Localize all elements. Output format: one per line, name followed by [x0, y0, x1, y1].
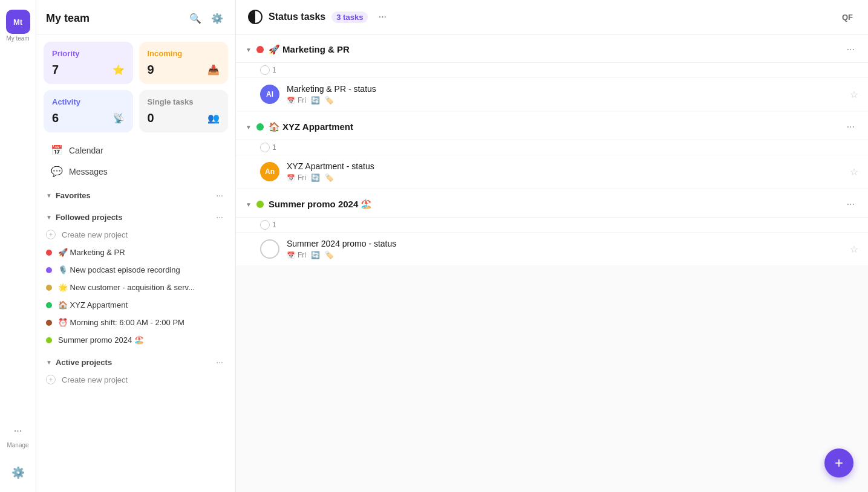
task-refresh-xyz[interactable]: 🔄: [311, 173, 320, 182]
task-group-xyz: ▼ 🏠 XYZ Appartment ··· 1 An XYZ Apartmen…: [236, 112, 868, 188]
sidebar: My team 🔍 ⚙️ Priority 7 ⭐ Incoming 9 📥 A…: [36, 0, 236, 492]
project-name-marketing: 🚀 Marketing & PR: [58, 248, 125, 257]
messages-icon: 💬: [51, 166, 63, 177]
filter-button[interactable]: QF: [839, 8, 856, 25]
followed-projects-section-header[interactable]: ▼ Followed projects ···: [36, 204, 235, 225]
project-name-podcast: 🎙️ New podcast episode recording: [58, 265, 180, 274]
project-name-summer: Summer promo 2024 🏖️: [58, 335, 144, 345]
task-content: ▼ 🚀 Marketing & PR ··· 1 Al Marketing & …: [236, 34, 868, 492]
project-item-summer[interactable]: Summer promo 2024 🏖️: [36, 331, 235, 349]
task-info-marketing: Marketing & PR - status 📅 Fri 🔄 🏷️: [287, 84, 843, 105]
group-title-marketing: 🚀 Marketing & PR: [269, 44, 838, 55]
followed-projects-more-button[interactable]: ···: [214, 211, 226, 223]
favorites-section-header[interactable]: ▼ Favorites ···: [36, 182, 235, 204]
search-button[interactable]: 🔍: [187, 10, 204, 27]
task-info-summer: Summer 2024 promo - status 📅 Fri 🔄 🏷️: [287, 239, 843, 259]
settings-rail-item[interactable]: ⚙️: [6, 461, 30, 485]
group-chevron-xyz[interactable]: ▼: [246, 124, 252, 131]
task-avatar-xyz: An: [260, 162, 279, 181]
task-meta-xyz: 📅 Fri 🔄 🏷️: [287, 173, 843, 182]
fab-add-button[interactable]: +: [824, 448, 853, 477]
project-item-customer[interactable]: 🌟 New customer - acquisition & serv...: [36, 279, 235, 296]
task-group-header-xyz: ▼ 🏠 XYZ Appartment ···: [236, 112, 868, 140]
task-group-header-marketing: ▼ 🚀 Marketing & PR ···: [236, 34, 868, 63]
project-item-podcast[interactable]: 🎙️ New podcast episode recording: [36, 261, 235, 279]
active-projects-more-button[interactable]: ···: [214, 356, 226, 368]
sub-count-label-summer: 1: [272, 221, 276, 229]
avatar-section[interactable]: Mt My team: [4, 7, 33, 44]
messages-label: Messages: [69, 167, 108, 176]
activity-icon: 📡: [113, 112, 125, 124]
task-info-xyz: XYZ Apartment - status 📅 Fri 🔄 🏷️: [287, 161, 843, 182]
incoming-card[interactable]: Incoming 9 📥: [139, 42, 229, 84]
group-more-summer[interactable]: ···: [843, 198, 858, 211]
task-refresh-summer[interactable]: 🔄: [311, 251, 320, 259]
group-more-xyz[interactable]: ···: [843, 120, 858, 134]
task-group-summer: ▼ Summer promo 2024 🏖️ ··· 1 Summer 2024…: [236, 189, 868, 265]
active-projects-section-header[interactable]: ▼ Active projects ···: [36, 349, 235, 371]
group-chevron-summer[interactable]: ▼: [246, 201, 252, 208]
single-tasks-card[interactable]: Single tasks 0 👥: [139, 90, 229, 132]
manage-label: Manage: [7, 442, 28, 448]
sidebar-header: My team 🔍 ⚙️: [36, 0, 235, 34]
project-dot-customer: [46, 285, 52, 291]
task-tag-xyz[interactable]: 🏷️: [325, 173, 334, 182]
group-chevron-marketing[interactable]: ▼: [246, 47, 252, 53]
project-item-xyz[interactable]: 🏠 XYZ Appartment: [36, 296, 235, 314]
manage-icon[interactable]: ···: [8, 421, 27, 441]
calendar-label: Calendar: [69, 146, 103, 155]
priority-icon: ⭐: [113, 64, 125, 76]
task-star-summer[interactable]: ☆: [850, 244, 858, 255]
project-item-marketing[interactable]: 🚀 Marketing & PR: [36, 244, 235, 261]
sub-count-circle-xyz: [260, 143, 270, 152]
main-header-right: QF: [839, 8, 856, 25]
task-tag-marketing[interactable]: 🏷️: [325, 96, 334, 105]
task-avatar-marketing: Al: [260, 85, 279, 104]
main-header: Status tasks 3 tasks ··· QF: [236, 0, 868, 34]
sub-task-count-summer: 1: [236, 218, 868, 232]
main-header-left: Status tasks 3 tasks ···: [248, 8, 391, 25]
plus-icon: +: [46, 230, 56, 239]
task-star-xyz[interactable]: ☆: [850, 166, 858, 178]
settings-icon[interactable]: ⚙️: [8, 463, 28, 482]
active-create-project[interactable]: + Create new project: [36, 371, 235, 389]
task-star-marketing[interactable]: ☆: [850, 89, 858, 100]
calendar-icon-marketing: 📅: [287, 97, 295, 105]
project-item-morning[interactable]: ⏰ Morning shift: 6:00 AM - 2:00 PM: [36, 314, 235, 331]
task-name-summer: Summer 2024 promo - status: [287, 239, 843, 248]
calendar-nav-item[interactable]: 📅 Calendar: [41, 140, 230, 161]
activity-card[interactable]: Activity 6 📡: [44, 90, 133, 132]
task-avatar-initials-xyz: An: [265, 167, 275, 176]
favorites-more-button[interactable]: ···: [214, 189, 226, 201]
group-dot-summer: [256, 201, 264, 208]
task-date-marketing: 📅 Fri: [287, 96, 306, 105]
sidebar-actions: 🔍 ⚙️: [187, 10, 226, 27]
sidebar-title: My team: [46, 12, 90, 25]
manage-section[interactable]: ··· Manage: [4, 419, 31, 451]
priority-card[interactable]: Priority 7 ⭐: [44, 42, 133, 84]
task-row-marketing[interactable]: Al Marketing & PR - status 📅 Fri 🔄 🏷️ ☆: [236, 77, 868, 111]
project-dot-morning: [46, 320, 52, 326]
task-date-label-xyz: Fri: [298, 173, 306, 182]
task-row-xyz[interactable]: An XYZ Apartment - status 📅 Fri 🔄 🏷️ ☆: [236, 155, 868, 188]
single-tasks-icon: 👥: [207, 112, 220, 124]
messages-nav-item[interactable]: 💬 Messages: [41, 161, 230, 182]
task-tag-summer[interactable]: 🏷️: [325, 251, 334, 259]
icon-rail: Mt My team ··· Manage ⚙️: [0, 0, 36, 492]
task-refresh-marketing[interactable]: 🔄: [311, 96, 320, 105]
main-more-button[interactable]: ···: [374, 8, 391, 25]
avatar-label: My team: [6, 35, 29, 42]
activity-card-row: 6 📡: [52, 111, 125, 125]
group-more-marketing[interactable]: ···: [843, 43, 858, 56]
settings-button[interactable]: ⚙️: [209, 10, 226, 27]
project-dot-podcast: [46, 267, 52, 273]
group-title-summer: Summer promo 2024 🏖️: [269, 199, 838, 210]
task-name-marketing: Marketing & PR - status: [287, 84, 843, 94]
avatar-button[interactable]: Mt: [6, 10, 30, 34]
incoming-count: 9: [148, 63, 154, 77]
single-tasks-count: 0: [148, 111, 154, 125]
calendar-icon-summer: 📅: [287, 251, 295, 259]
activity-card-label: Activity: [52, 97, 125, 106]
followed-create-project[interactable]: + Create new project: [36, 225, 235, 244]
task-row-summer[interactable]: Summer 2024 promo - status 📅 Fri 🔄 🏷️ ☆: [236, 232, 868, 265]
